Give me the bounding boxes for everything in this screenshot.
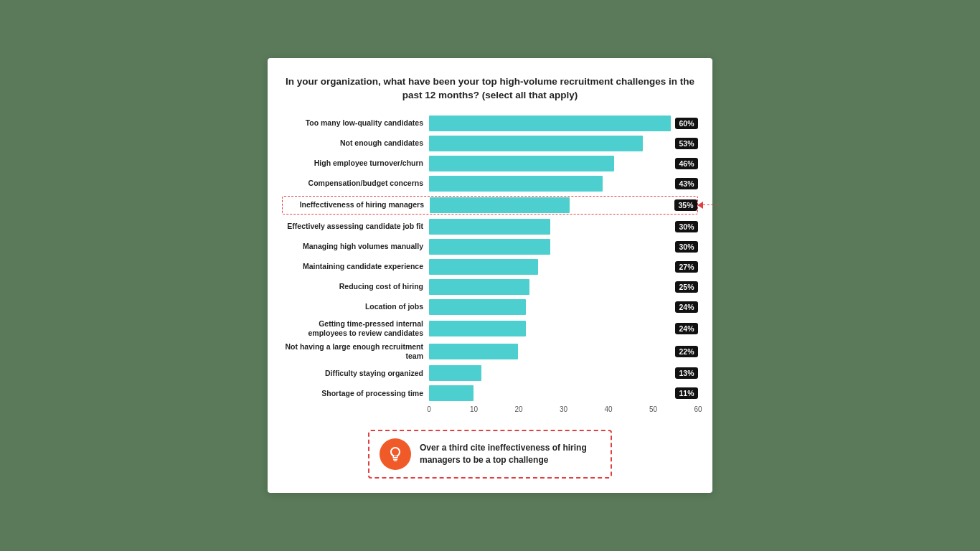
bar-fill [429,116,671,131]
lightbulb-svg [387,446,404,463]
bar-label: Managing high volumes manually [282,242,429,251]
bar-value: 46% [675,158,698,169]
bar-fill [430,197,570,213]
bar-label: Difficulty staying organized [282,369,429,378]
bar-track [429,365,671,381]
bar-track [429,176,671,192]
x-tick: 60 [694,405,702,413]
bar-label: Compensation/budget concerns [282,179,429,188]
bar-row: Difficulty staying organized13% [282,365,698,381]
x-tick: 10 [470,405,478,413]
bar-track [430,197,670,213]
bar-row: Not having a large enough recruitment te… [282,342,698,361]
bar-fill [429,321,526,336]
x-tick: 0 [427,405,431,413]
bar-track [429,156,671,171]
svg-rect-1 [394,461,397,461]
bar-row: High employee turnover/churn46% [282,156,698,171]
bar-fill [429,219,550,235]
bar-fill [429,385,473,401]
bar-value: 13% [675,367,698,379]
bar-row: Too many low-quality candidates60% [282,116,698,131]
bar-track [429,385,671,401]
bar-label: Maintaining candidate experience [282,262,429,271]
bar-fill [429,176,603,192]
bar-track [429,239,671,255]
bar-fill [429,239,550,255]
bar-value: 24% [675,301,698,313]
bar-value: 11% [675,387,698,399]
bar-label: Too many low-quality candidates [282,118,429,128]
bar-track [429,279,671,295]
bar-fill [429,136,643,151]
x-tick: 20 [514,405,522,413]
bar-fill [429,365,481,381]
bar-row: Compensation/budget concerns43% [282,176,698,192]
bar-row: Not enough candidates53% [282,136,698,151]
bar-fill [429,156,614,171]
bar-label: Reducing cost of hiring [282,282,429,291]
bar-row: Maintaining candidate experience27% [282,259,698,275]
bar-label: Effectively assessing candidate job fit [282,222,429,231]
bar-label: Not having a large enough recruitment te… [282,342,429,361]
bar-row: Managing high volumes manually30% [282,239,698,255]
bar-value: 30% [675,241,698,253]
bar-value: 53% [675,138,698,149]
x-tick: 40 [604,405,612,413]
bar-track [429,116,671,131]
bar-fill [429,344,518,359]
bar-value: 35% [674,199,697,211]
bar-value: 24% [675,323,698,334]
bar-label: High employee turnover/churn [282,159,429,168]
bar-fill [429,279,529,295]
arrow-indicator [697,202,717,209]
insight-text: Over a third cite ineffectiveness of hir… [420,442,600,466]
bulb-icon [380,438,411,470]
bar-value: 25% [675,281,698,293]
chart-title: In your organization, what have been you… [282,75,698,103]
bar-row: Location of jobs24% [282,299,698,315]
x-axis: 0102030405060 [429,405,698,417]
chart-area: Too many low-quality candidates60%Not en… [282,116,698,402]
bar-fill [429,299,526,315]
bar-label: Ineffectiveness of hiring managers [283,200,430,209]
x-tick: 50 [649,405,657,413]
bar-row: Shortage of processing time11% [282,385,698,401]
arrow-head [697,202,703,209]
bar-label: Location of jobs [282,302,429,311]
bar-track [429,219,671,235]
arrow-line [703,204,717,205]
bar-row: Getting time-pressed internal employees … [282,319,698,338]
insight-box: Over a third cite ineffectiveness of hir… [368,430,612,479]
bar-label: Shortage of processing time [282,389,429,398]
bar-track [429,136,671,151]
bar-value: 60% [675,118,698,129]
x-tick: 30 [560,405,567,413]
bar-row: Ineffectiveness of hiring managers35% [282,196,698,215]
bar-track [429,344,671,359]
bar-value: 27% [675,261,698,273]
bar-value: 22% [675,346,698,357]
bar-label: Not enough candidates [282,138,429,148]
chart-card: In your organization, what have been you… [268,58,712,493]
bar-value: 30% [675,221,698,232]
bar-track [429,299,671,315]
bar-label: Getting time-pressed internal employees … [282,319,429,338]
bar-track [429,321,671,336]
bar-fill [429,259,538,275]
bar-value: 43% [675,178,698,189]
bar-row: Reducing cost of hiring25% [282,279,698,295]
bar-row: Effectively assessing candidate job fit3… [282,219,698,235]
bar-track [429,259,671,275]
svg-rect-0 [393,459,397,461]
